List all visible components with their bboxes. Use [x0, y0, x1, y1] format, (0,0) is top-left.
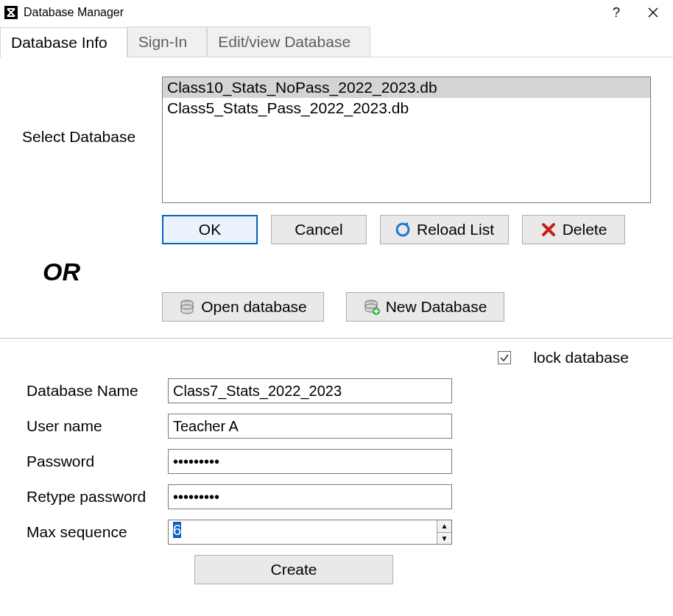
tab-edit-view-database[interactable]: Edit/view Database: [207, 26, 370, 57]
list-item-text: Class5_Stats_Pass_2022_2023.db: [167, 99, 409, 116]
ok-button[interactable]: OK: [162, 215, 258, 244]
retype-password-label: Retype password: [27, 488, 168, 506]
button-label: OK: [199, 221, 221, 238]
delete-button[interactable]: Delete: [522, 215, 625, 244]
database-listbox[interactable]: Class10_Stats_NoPass_2022_2023.db Class5…: [162, 77, 651, 203]
help-button[interactable]: ?: [599, 1, 633, 24]
tab-label: Edit/view Database: [218, 33, 350, 50]
password-label: Password: [27, 453, 168, 470]
reload-list-button[interactable]: Reload List: [380, 215, 509, 244]
select-database-label: Select Database: [22, 77, 162, 146]
database-name-input[interactable]: [168, 378, 452, 403]
new-database-button[interactable]: New Database: [346, 292, 504, 322]
button-label: Cancel: [295, 221, 342, 238]
tab-label: Database Info: [11, 34, 108, 51]
tab-label: Sign-In: [138, 33, 188, 50]
database-add-icon: [364, 299, 380, 315]
button-label: Create: [270, 561, 317, 578]
username-label: User name: [27, 417, 168, 435]
tab-sign-in[interactable]: Sign-In: [127, 26, 208, 57]
retype-password-input[interactable]: [168, 484, 452, 509]
close-button[interactable]: [636, 1, 670, 24]
username-input[interactable]: [168, 414, 452, 439]
list-item[interactable]: Class5_Stats_Pass_2022_2023.db: [163, 98, 650, 118]
or-label: OR: [43, 258, 651, 286]
window-title: Database Manager: [24, 6, 124, 19]
password-input[interactable]: [168, 449, 452, 474]
list-item[interactable]: Class10_Stats_NoPass_2022_2023.db: [163, 77, 650, 98]
max-sequence-label: Max sequence: [27, 523, 168, 541]
database-icon: [179, 299, 195, 315]
reload-icon: [395, 222, 411, 238]
cancel-button[interactable]: Cancel: [271, 215, 367, 244]
database-name-label: Database Name: [27, 382, 168, 400]
delete-icon: [540, 222, 557, 238]
lock-database-checkbox[interactable]: [498, 351, 511, 364]
create-button[interactable]: Create: [194, 555, 393, 584]
stepper-down-icon[interactable]: ▼: [437, 533, 451, 545]
max-sequence-input[interactable]: 6: [169, 520, 437, 544]
button-label: Open database: [201, 298, 307, 316]
tab-database-info[interactable]: Database Info: [0, 27, 127, 57]
app-icon: [4, 6, 18, 19]
button-label: New Database: [386, 298, 487, 316]
lock-database-label: lock database: [533, 349, 629, 367]
button-label: Reload List: [417, 221, 494, 238]
open-database-button[interactable]: Open database: [162, 292, 324, 322]
list-item-text: Class10_Stats_NoPass_2022_2023.db: [167, 79, 437, 96]
stepper-up-icon[interactable]: ▲: [437, 520, 451, 533]
button-label: Delete: [563, 221, 607, 238]
max-sequence-stepper[interactable]: 6 ▲ ▼: [168, 520, 452, 545]
